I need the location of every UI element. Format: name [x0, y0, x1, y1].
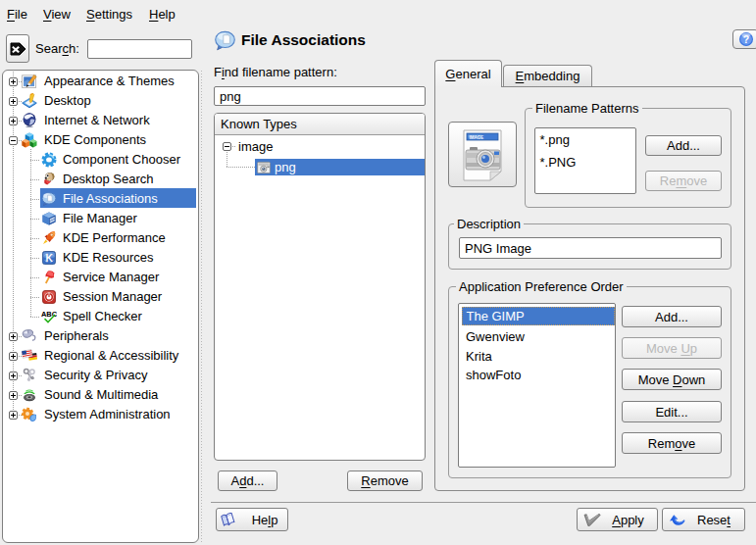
svg-text:ABC: ABC [41, 310, 57, 319]
svg-text:IMAGE: IMAGE [470, 134, 484, 139]
svg-text:?: ? [742, 33, 748, 45]
svg-text:K: K [45, 253, 53, 264]
